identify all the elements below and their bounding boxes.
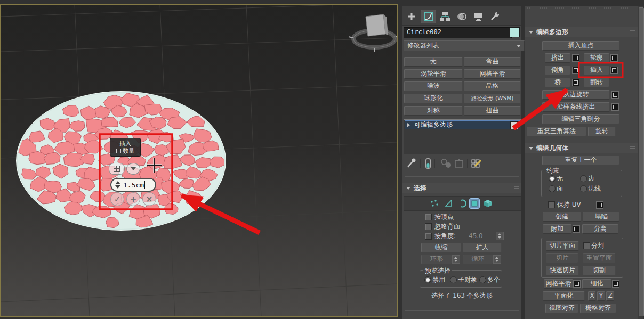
- view-align-button[interactable]: 视图对齐: [545, 304, 578, 313]
- caddy-apply-button[interactable]: +: [126, 192, 140, 206]
- extrude-along-spline-button[interactable]: 沿样条线挤出: [542, 102, 610, 112]
- modifier-button-spherify[interactable]: 球形化: [404, 94, 463, 103]
- inset-type-button[interactable]: [109, 163, 125, 175]
- rollout-selection[interactable]: 选择: [402, 183, 521, 193]
- make-planar-button[interactable]: 平面化: [543, 291, 585, 301]
- amount-spinner[interactable]: [115, 181, 120, 189]
- object-name-field[interactable]: Circle002: [404, 27, 512, 38]
- bridge-settings-icon[interactable]: [572, 79, 579, 86]
- panel-drag-handle[interactable]: [527, 7, 635, 9]
- expand-icon[interactable]: [407, 123, 410, 127]
- planar-x-button[interactable]: X: [588, 291, 596, 301]
- tessellate-button[interactable]: 细化: [582, 279, 611, 289]
- modifier-button-pathdeform[interactable]: 路径变形 (WSM): [464, 94, 521, 103]
- polygon-mode-icon[interactable]: [470, 199, 479, 208]
- stack-onoff-toggle[interactable]: [510, 121, 518, 129]
- vertex-mode-icon[interactable]: [430, 199, 439, 208]
- flip-button[interactable]: 翻转: [584, 78, 609, 87]
- collapse-button[interactable]: 塌陷: [583, 212, 619, 222]
- tab-modify[interactable]: [421, 10, 436, 23]
- by-angle-spinner[interactable]: [496, 232, 504, 240]
- retriangulate-button[interactable]: 重复三角算法: [527, 127, 586, 136]
- border-mode-icon[interactable]: [457, 199, 467, 208]
- detach-button[interactable]: 分离: [582, 224, 618, 234]
- modifier-button-shell[interactable]: 壳: [404, 57, 463, 67]
- turn-button[interactable]: 旋转: [588, 127, 616, 136]
- modifier-button-twist[interactable]: 扭曲: [464, 106, 521, 116]
- edit-triangulation-button[interactable]: 编辑三角剖分: [542, 114, 619, 124]
- inset-amount-field[interactable]: 1.5cm: [110, 178, 156, 192]
- bevel-settings-icon[interactable]: [572, 67, 579, 74]
- msmooth-button[interactable]: 网格平滑: [544, 279, 573, 289]
- rollout-edit-geometry[interactable]: 编辑几何体: [525, 143, 638, 153]
- preview-multiple-radio[interactable]: [479, 276, 486, 283]
- object-color-swatch[interactable]: [510, 27, 520, 37]
- panel-scrollbar[interactable]: [638, 6, 643, 319]
- stack-item-editable-poly[interactable]: 可编辑多边形: [405, 120, 520, 129]
- tessellate-settings-icon[interactable]: [612, 280, 619, 288]
- bridge-button[interactable]: 桥: [545, 78, 570, 87]
- constraint-none-radio[interactable]: [549, 175, 556, 182]
- grid-align-button[interactable]: 栅格对齐: [580, 304, 616, 313]
- tab-utilities[interactable]: [487, 10, 502, 23]
- modifier-button-meshsmooth[interactable]: 网格平滑: [464, 69, 521, 79]
- modifier-button-symmetry[interactable]: 对称: [404, 106, 463, 116]
- create-button[interactable]: 创建: [543, 212, 581, 222]
- loop-spinner[interactable]: [493, 255, 501, 264]
- tab-motion[interactable]: [454, 10, 469, 23]
- cut-button[interactable]: 切割: [583, 266, 616, 275]
- tab-create[interactable]: [404, 10, 420, 23]
- viewcube[interactable]: [349, 14, 397, 52]
- shrink-button[interactable]: 收缩: [421, 243, 461, 252]
- attach-button[interactable]: 附加: [543, 224, 571, 234]
- msmooth-settings-icon[interactable]: [573, 280, 581, 288]
- modifier-button-lattice[interactable]: 晶格: [464, 81, 521, 91]
- ring-spinner[interactable]: [452, 255, 460, 264]
- reset-plane-button[interactable]: 重置平面: [583, 253, 616, 263]
- preserve-uv-checkbox[interactable]: [548, 201, 555, 208]
- extrude-button[interactable]: 挤出: [545, 53, 570, 63]
- extrude-settings-icon[interactable]: [572, 54, 579, 62]
- inset-button[interactable]: 插入: [584, 66, 609, 75]
- tab-display[interactable]: [470, 10, 486, 23]
- scrollbar-thumb[interactable]: [639, 7, 644, 316]
- planar-z-button[interactable]: Z: [606, 291, 614, 301]
- ignore-backfacing-checkbox[interactable]: [425, 223, 432, 230]
- split-checkbox[interactable]: [583, 242, 590, 249]
- hinge-from-edge-button[interactable]: 从边旋转: [542, 90, 610, 100]
- constraint-normal-radio[interactable]: [580, 185, 587, 192]
- perspective-viewport[interactable]: 插入 数量 1.5cm ✓ + ×: [0, 4, 398, 317]
- type-dropdown-button[interactable]: [126, 163, 140, 175]
- modifier-button-bend[interactable]: 弯曲: [464, 57, 521, 67]
- hinge-settings-icon[interactable]: [611, 91, 619, 99]
- outline-button[interactable]: 轮廓: [584, 53, 609, 63]
- quickslice-button[interactable]: 快速切片: [546, 266, 579, 275]
- extrude-spline-settings-icon[interactable]: [611, 103, 619, 111]
- modifier-button-noise[interactable]: 噪波: [404, 81, 463, 91]
- caddy-cancel-button[interactable]: ×: [142, 192, 156, 206]
- preview-subobject-radio[interactable]: [450, 276, 457, 283]
- element-mode-icon[interactable]: [483, 199, 493, 208]
- attach-settings-icon[interactable]: [573, 225, 580, 233]
- insert-vertex-button[interactable]: 插入顶点: [542, 41, 619, 51]
- rollout-edit-polygons[interactable]: 编辑多边形: [525, 27, 638, 37]
- grow-button[interactable]: 扩大: [463, 243, 502, 252]
- edge-mode-icon[interactable]: [444, 199, 454, 208]
- repeat-last-button[interactable]: 重复上一个: [542, 156, 619, 165]
- slice-plane-button[interactable]: 切片平面: [546, 241, 579, 251]
- ring-button[interactable]: 环形: [421, 255, 452, 264]
- by-angle-checkbox[interactable]: [425, 233, 432, 240]
- modifier-list-dropdown[interactable]: 修改器列表: [404, 40, 525, 51]
- modifier-button-turbosmooth[interactable]: 涡轮平滑: [404, 69, 463, 79]
- bevel-button[interactable]: 倒角: [545, 66, 570, 75]
- planar-y-button[interactable]: Y: [597, 291, 605, 301]
- constraint-edge-radio[interactable]: [580, 175, 587, 182]
- outline-settings-icon[interactable]: [610, 54, 618, 62]
- slice-button[interactable]: 切片: [546, 253, 578, 263]
- circle002-object[interactable]: [16, 92, 226, 230]
- preview-disable-radio[interactable]: [424, 276, 431, 283]
- constraint-face-radio[interactable]: [549, 185, 556, 192]
- caddy-ok-button[interactable]: ✓: [110, 192, 124, 206]
- tab-hierarchy[interactable]: [437, 10, 453, 23]
- by-vertex-checkbox[interactable]: [425, 214, 432, 220]
